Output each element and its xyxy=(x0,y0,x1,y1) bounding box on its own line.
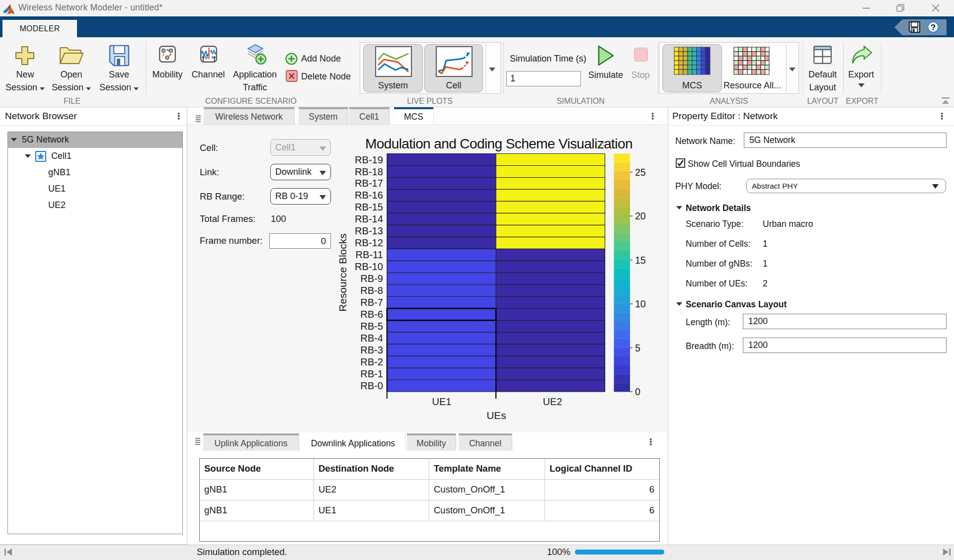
svg-text:RB-7: RB-7 xyxy=(360,297,383,308)
svg-text:RB-12: RB-12 xyxy=(355,237,383,248)
svg-text:10: 10 xyxy=(635,298,646,309)
svg-text:RB-10: RB-10 xyxy=(355,261,383,272)
svg-text:UE2: UE2 xyxy=(543,396,562,407)
svg-text:RB-11: RB-11 xyxy=(356,249,383,260)
svg-text:Modulation and Coding Scheme V: Modulation and Coding Scheme Visualizati… xyxy=(365,136,633,151)
svg-text:RB-16: RB-16 xyxy=(355,190,383,201)
svg-text:RB-4: RB-4 xyxy=(360,333,383,344)
svg-text:RB-2: RB-2 xyxy=(360,356,383,367)
svg-text:RB-6: RB-6 xyxy=(360,309,383,320)
svg-text:Resource Blocks: Resource Blocks xyxy=(337,233,348,312)
svg-text:20: 20 xyxy=(635,210,646,221)
svg-text:UE1: UE1 xyxy=(432,396,452,407)
svg-text:5: 5 xyxy=(635,343,640,353)
svg-text:RB-5: RB-5 xyxy=(360,321,383,332)
svg-text:0: 0 xyxy=(635,386,640,397)
svg-text:RB-15: RB-15 xyxy=(355,202,383,212)
svg-text:RB-18: RB-18 xyxy=(355,166,383,177)
svg-text:RB-1: RB-1 xyxy=(360,368,383,379)
svg-text:UEs: UEs xyxy=(486,410,506,421)
svg-text:RB-17: RB-17 xyxy=(355,178,383,189)
svg-text:RB-19: RB-19 xyxy=(355,154,383,165)
svg-text:RB-0: RB-0 xyxy=(360,380,383,391)
svg-text:RB-3: RB-3 xyxy=(360,345,383,355)
svg-text:?: ? xyxy=(931,23,936,32)
svg-text:RB-14: RB-14 xyxy=(355,213,383,224)
svg-text:15: 15 xyxy=(635,255,646,266)
svg-text:RB-13: RB-13 xyxy=(355,225,383,236)
svg-text:RB-8: RB-8 xyxy=(360,285,383,296)
svg-text:25: 25 xyxy=(635,167,646,178)
svg-text:RB-9: RB-9 xyxy=(360,273,383,284)
